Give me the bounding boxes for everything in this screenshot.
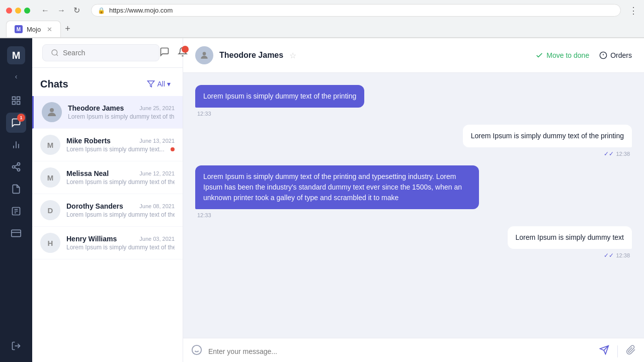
chat-preview-text: Lorem Ipsum is simply dummy text... xyxy=(66,146,165,153)
person-icon xyxy=(46,106,58,118)
chat-date: June 25, 2021 xyxy=(139,105,175,111)
chat-item[interactable]: Theodore James June 25, 2021 Lorem Ipsum… xyxy=(32,96,183,129)
new-tab-button[interactable]: + xyxy=(65,24,70,34)
filter-button[interactable]: All ▾ xyxy=(143,78,175,90)
bell-button[interactable] xyxy=(178,47,188,59)
sidebar-item-billing[interactable] xyxy=(6,223,26,243)
browser-tab[interactable]: M Mojo ✕ xyxy=(6,21,61,37)
chat-preview: Lorem Ipsum is simply dummy text... xyxy=(66,146,175,153)
message-text: Lorem Ipsum is simply dummy text xyxy=(516,233,624,241)
search-bar-container xyxy=(42,44,159,61)
sidebar-item-connections[interactable] xyxy=(6,157,26,177)
message-text: Lorem Ipsum is simply dummy text of the … xyxy=(203,92,356,100)
close-dot[interactable] xyxy=(6,8,12,14)
chat-info: Theodore James June 25, 2021 Lorem Ipsum… xyxy=(68,104,175,120)
browser-menu-button[interactable]: ⋮ xyxy=(629,5,638,16)
emoji-icon xyxy=(191,344,202,355)
chat-item[interactable]: D Dorothy Sanders June 08, 2021 Lorem Ip… xyxy=(32,194,183,227)
read-receipt-icon: ✓✓ xyxy=(604,252,614,259)
filter-label: All xyxy=(157,80,165,88)
chat-badge: 1 xyxy=(17,114,25,122)
tab-title: Mojo xyxy=(27,26,41,33)
attach-button[interactable] xyxy=(626,345,636,357)
divider xyxy=(617,345,618,357)
browser-chrome: ← → ↻ 🔒 https://www.mojo.com ⋮ M Mojo ✕ … xyxy=(0,0,644,38)
svg-rect-3 xyxy=(17,102,20,105)
svg-point-24 xyxy=(192,345,201,354)
message-time: 12:33 xyxy=(197,212,211,218)
avatar: M xyxy=(40,167,60,188)
avatar: D xyxy=(40,200,60,220)
emoji-button[interactable] xyxy=(191,344,202,358)
svg-rect-2 xyxy=(13,102,16,105)
sidebar-item-analytics[interactable] xyxy=(6,135,26,155)
browser-nav: ← → ↻ xyxy=(38,5,83,16)
chat-info: Dorothy Sanders June 08, 2021 Lorem Ipsu… xyxy=(66,202,175,218)
message-text: Lorem Ipsum is simply dummy text of the … xyxy=(471,132,624,140)
sidebar-item-files[interactable] xyxy=(6,179,26,199)
tab-favicon: M xyxy=(15,25,23,33)
chat-name: Henry Williams xyxy=(66,235,117,243)
search-input[interactable] xyxy=(63,49,151,57)
chat-item[interactable]: M Mike Roberts June 13, 2021 Lorem Ipsum… xyxy=(32,129,183,161)
send-button[interactable] xyxy=(599,345,609,357)
message-bubble-incoming: Lorem Ipsum is simply dummy text of the … xyxy=(195,85,364,108)
browser-tab-bar: M Mojo ✕ + xyxy=(0,21,644,38)
chat-item[interactable]: M Melissa Neal June 12, 2021 Lorem Ipsum… xyxy=(32,161,183,194)
chat-header: Theodore James ☆ Move to done xyxy=(183,38,644,73)
app-container: M ‹ 1 xyxy=(0,38,644,362)
chats-title: Chats xyxy=(40,78,68,90)
sidebar-bottom xyxy=(6,336,26,356)
chat-notification-button[interactable] xyxy=(159,47,170,59)
url-text: https://www.mojo.com xyxy=(109,7,173,14)
checkmark-icon xyxy=(535,51,543,59)
message-group: Lorem Ipsum is simply dummy text of the … xyxy=(195,125,632,157)
files-icon xyxy=(11,184,21,194)
chat-preview: Lorem Ipsum is simply dummy text of the.… xyxy=(66,211,175,218)
move-to-done-label: Move to done xyxy=(546,51,589,59)
minimize-dot[interactable] xyxy=(15,8,21,14)
sidebar-collapse-button[interactable]: ‹ xyxy=(15,72,18,80)
svg-line-10 xyxy=(15,167,18,169)
sidebar-item-chats[interactable]: 1 xyxy=(6,113,26,133)
messages-area: Lorem Ipsum is simply dummy text of the … xyxy=(183,73,644,338)
chat-name-row: Henry Williams June 03, 2021 xyxy=(66,235,175,243)
chat-info: Melissa Neal June 12, 2021 Lorem Ipsum i… xyxy=(66,169,175,186)
back-button[interactable]: ← xyxy=(38,5,52,16)
reload-button[interactable]: ↻ xyxy=(70,5,83,16)
chat-preview-text: Lorem Ipsum is simply dummy text of the.… xyxy=(66,244,175,251)
notification-badge xyxy=(182,46,189,53)
chat-header-left: Theodore James ☆ xyxy=(195,46,296,64)
grid-icon xyxy=(11,96,21,106)
chat-item[interactable]: H Henry Williams June 03, 2021 Lorem Ips… xyxy=(32,227,183,259)
star-icon[interactable]: ☆ xyxy=(289,51,296,60)
sidebar-nav: 1 xyxy=(0,90,32,332)
forward-button[interactable]: → xyxy=(54,5,68,16)
address-bar[interactable]: 🔒 https://www.mojo.com xyxy=(91,4,621,17)
message-input[interactable] xyxy=(208,347,593,355)
chat-preview-text: Lorem Ipsum is simply dummy text of the.… xyxy=(68,113,175,120)
chat-items: Theodore James June 25, 2021 Lorem Ipsum… xyxy=(32,96,183,362)
sidebar-item-reports[interactable] xyxy=(6,201,26,221)
message-group: Lorem Ipsum is simply dummy text ✓✓ 12:3… xyxy=(195,226,632,259)
main-content: Routinery GmbH ▾ Chats All ▾ xyxy=(32,38,644,362)
sidebar-item-dashboard[interactable] xyxy=(6,90,26,111)
maximize-dot[interactable] xyxy=(24,8,30,14)
analytics-icon xyxy=(11,140,21,150)
tab-close-button[interactable]: ✕ xyxy=(47,26,52,33)
billing-icon xyxy=(11,228,21,238)
svg-point-7 xyxy=(18,163,20,165)
message-text: Lorem Ipsum is simply dummy text of the … xyxy=(203,172,462,202)
move-to-done-button[interactable]: Move to done xyxy=(535,51,589,59)
svg-point-16 xyxy=(52,50,57,55)
svg-point-8 xyxy=(13,166,15,168)
chat-header-right: Move to done Orders xyxy=(535,51,632,59)
logout-icon xyxy=(11,341,21,351)
orders-button[interactable]: Orders xyxy=(599,51,632,59)
browser-toolbar: ← → ↻ 🔒 https://www.mojo.com ⋮ xyxy=(0,0,644,21)
sidebar-item-logout[interactable] xyxy=(6,336,26,356)
chat-info: Henry Williams June 03, 2021 Lorem Ipsum… xyxy=(66,235,175,251)
chat-name: Dorothy Sanders xyxy=(66,202,123,210)
sidebar-logo: M xyxy=(7,46,25,64)
chat-name: Melissa Neal xyxy=(66,169,109,177)
